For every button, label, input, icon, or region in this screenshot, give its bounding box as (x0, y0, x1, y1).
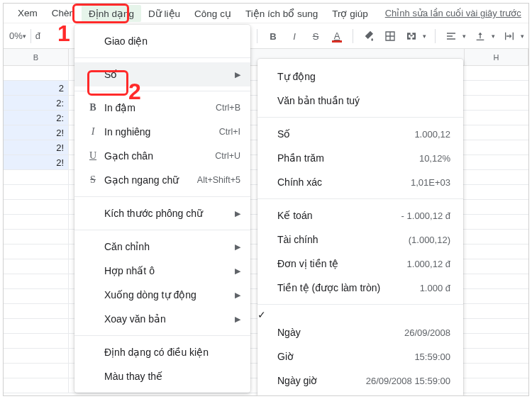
borders-button[interactable] (383, 29, 397, 43)
menu-item-label: Xoay văn bản (101, 313, 231, 325)
menu-item-bold[interactable]: B In đậm Ctrl+B (74, 96, 250, 120)
number-item-percent[interactable]: Phần trăm 10,12% (257, 146, 463, 170)
menu-addons[interactable]: Tiện ích bổ sung (238, 5, 325, 22)
menu-item-label: Tài chính (277, 234, 409, 245)
menu-item-label: Tự động (277, 71, 450, 82)
cell[interactable] (4, 259, 69, 274)
menu-item-fontsize[interactable]: Kích thước phông chữ ▶ (74, 201, 250, 225)
cell[interactable]: 2! (4, 125, 69, 140)
number-item-scientific[interactable]: Chính xác 1,01E+03 (257, 170, 463, 194)
cell[interactable] (4, 200, 69, 214)
format-menu: Giao diện Số ▶ B In đậm Ctrl+B I In nghi… (74, 25, 250, 393)
col-header-b[interactable]: B (4, 49, 69, 65)
menu-item-label: Ngày (277, 327, 404, 338)
strikethrough-button[interactable]: S (309, 29, 323, 43)
menu-view[interactable]: Xem (11, 5, 45, 21)
number-item-duration[interactable]: Thời lượng 24:01:00 (257, 393, 463, 396)
zoom-caret-icon[interactable]: ▾ (23, 33, 26, 40)
zoom-fragment[interactable]: 0% (9, 30, 23, 41)
valign-button[interactable] (473, 29, 487, 43)
valign-caret-icon[interactable]: ▾ (492, 33, 495, 40)
wrap-caret-icon[interactable]: ▾ (521, 33, 524, 40)
cell[interactable]: 2! (4, 140, 69, 154)
cell[interactable] (4, 185, 69, 199)
merge-cells-button[interactable] (404, 29, 419, 43)
menu-item-label: Kế toán (277, 210, 401, 221)
menu-item-sample: (1.000,12) (409, 235, 450, 245)
menu-item-shortcut: Ctrl+B (216, 103, 240, 113)
cell[interactable] (4, 304, 69, 318)
italic-button[interactable]: I (287, 29, 301, 43)
cell[interactable]: 2! (4, 155, 69, 169)
number-item-automatic[interactable]: Tự động (257, 64, 463, 89)
fill-color-button[interactable] (362, 30, 376, 42)
cell[interactable] (4, 245, 69, 259)
cell[interactable] (4, 170, 69, 184)
last-edit-info[interactable]: Chỉnh sửa lần cuối vài giây trước (385, 8, 521, 18)
number-item-financial[interactable]: Tài chính (1.000,12) (257, 227, 463, 252)
menu-item-sample: 15:59:00 (414, 352, 450, 362)
menu-insert[interactable]: Chèn (45, 5, 82, 21)
cell[interactable]: 2: (4, 111, 69, 125)
number-item-accounting[interactable]: Kế toán - 1.000,12 đ (257, 203, 463, 227)
menu-item-label: Giao diện (101, 35, 240, 47)
menu-data[interactable]: Dữ liệu (141, 5, 187, 22)
number-item-currency-rounded[interactable]: Tiền tệ (được làm tròn) 1.000 đ (257, 276, 463, 300)
underline-icon: U (84, 150, 101, 162)
menu-item-wrap[interactable]: Xuống dòng tự động ▶ (74, 283, 250, 307)
menu-item-sample: - 1.000,12 đ (401, 210, 450, 221)
number-item-number[interactable]: Số 1.000,12 (257, 122, 463, 146)
menu-item-conditional[interactable]: Định dạng có điều kiện (74, 340, 250, 364)
menu-item-shortcut: Ctrl+U (215, 151, 240, 161)
cell[interactable] (4, 364, 69, 378)
bold-button[interactable]: B (266, 29, 280, 43)
menu-help[interactable]: Trợ giúp (325, 5, 375, 22)
merge-caret-icon[interactable]: ▾ (423, 33, 426, 40)
number-item-currency[interactable]: Đơn vị tiền tệ 1.000,12 đ (257, 252, 463, 276)
cell[interactable] (4, 289, 69, 303)
check-icon: ✓ (257, 309, 266, 320)
halign-button[interactable] (444, 29, 458, 43)
text-color-icon: A (334, 30, 340, 41)
menu-item-align[interactable]: Căn chỉnh ▶ (74, 235, 250, 259)
menu-item-theme[interactable]: Giao diện (74, 29, 250, 53)
menu-item-rotate[interactable]: Xoay văn bản ▶ (74, 307, 250, 331)
menu-separator (74, 57, 250, 58)
menu-separator (257, 117, 463, 118)
toolbar-separator (257, 29, 257, 43)
cell[interactable] (4, 319, 69, 333)
cell[interactable] (4, 66, 69, 80)
menu-item-number[interactable]: Số ▶ (74, 62, 250, 86)
number-item-plaintext[interactable]: Văn bản thuần tuý (257, 89, 463, 113)
menu-item-underline[interactable]: U Gạch chân Ctrl+U (74, 144, 250, 168)
menu-item-altcolors[interactable]: Màu thay thế (74, 364, 250, 388)
number-item-datetime[interactable]: Ngày giờ 26/09/2008 15:59:00 (257, 369, 463, 393)
menu-item-label: Số (277, 128, 414, 140)
menu-item-merge[interactable]: Hợp nhất ô ▶ (74, 259, 250, 283)
cell[interactable] (4, 215, 69, 229)
menu-separator (74, 196, 250, 197)
menu-item-strikethrough[interactable]: S Gạch ngang chữ Alt+Shift+5 (74, 168, 250, 192)
number-item-time[interactable]: Giờ 15:59:00 (257, 344, 463, 369)
wrap-button[interactable] (502, 29, 516, 43)
number-item-date[interactable]: Ngày 26/09/2008 (257, 320, 463, 344)
currency-button[interactable]: đ (35, 30, 40, 41)
cell[interactable]: 2: (4, 96, 69, 110)
cell[interactable]: 2 (4, 81, 69, 95)
halign-caret-icon[interactable]: ▾ (462, 33, 466, 40)
cell[interactable] (4, 274, 69, 288)
menu-tools[interactable]: Công cụ (187, 5, 238, 22)
menu-item-italic[interactable]: I In nghiêng Ctrl+I (74, 120, 250, 144)
menu-item-sample: 1.000 đ (420, 283, 450, 293)
menu-item-sample: 26/09/2008 15:59:00 (366, 376, 450, 386)
cell[interactable] (4, 334, 69, 348)
toolbar-separator (435, 29, 436, 43)
cell[interactable] (4, 349, 69, 363)
menu-format[interactable]: Định dạng (82, 5, 141, 22)
menu-separator (74, 91, 250, 91)
menu-item-label: Số (101, 69, 231, 80)
cell[interactable] (4, 378, 69, 393)
cell[interactable] (4, 230, 69, 244)
text-color-button[interactable]: A (330, 30, 344, 43)
col-header-h[interactable]: H (465, 49, 528, 65)
